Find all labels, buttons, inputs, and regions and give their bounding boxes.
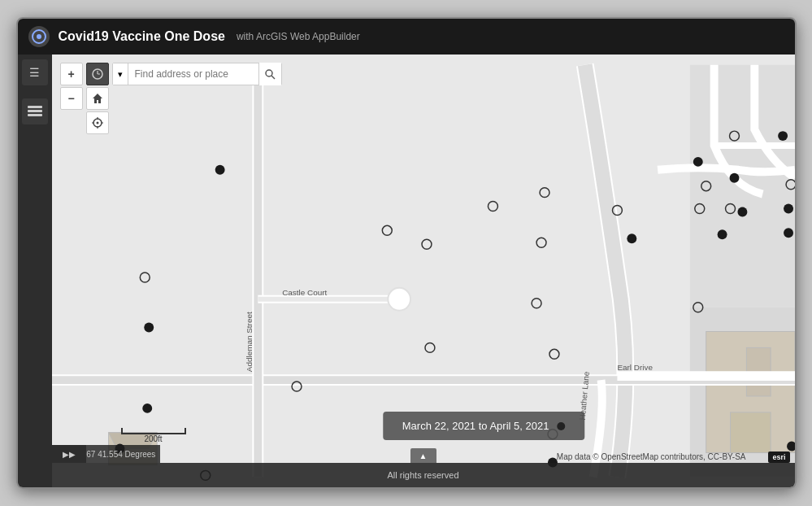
svg-point-24 bbox=[144, 323, 154, 333]
svg-rect-5 bbox=[28, 114, 42, 116]
svg-point-23 bbox=[215, 165, 224, 175]
locate-icon bbox=[92, 117, 103, 129]
app-logo bbox=[28, 25, 50, 48]
scale-bar: 200ft bbox=[121, 428, 186, 443]
sidebar-expand-button[interactable]: ▶▶ bbox=[52, 445, 86, 463]
home-button[interactable] bbox=[86, 87, 109, 110]
map-attribution: Map data © OpenStreetMap contributors, C… bbox=[557, 452, 746, 461]
map-toolbar: + − bbox=[60, 63, 282, 134]
svg-point-32 bbox=[627, 233, 636, 243]
svg-point-33 bbox=[717, 229, 727, 239]
svg-marker-60 bbox=[93, 94, 102, 103]
zoom-in-button[interactable]: + bbox=[60, 63, 83, 85]
history-button[interactable] bbox=[86, 63, 109, 85]
svg-point-35 bbox=[784, 228, 793, 238]
search-container: ▾ bbox=[112, 63, 282, 85]
earl-drive-label: Earl Drive bbox=[617, 363, 653, 372]
locate-button[interactable] bbox=[86, 111, 109, 134]
svg-point-2 bbox=[37, 34, 41, 39]
scale-bar-line bbox=[121, 428, 186, 434]
svg-point-34 bbox=[737, 207, 747, 217]
esri-logo: esri bbox=[768, 451, 789, 463]
toolbar-right-col bbox=[86, 63, 109, 134]
layers-button[interactable] bbox=[22, 98, 48, 124]
svg-point-31 bbox=[778, 131, 788, 141]
addleman-street-label: Addleman Street bbox=[245, 312, 254, 372]
svg-point-30 bbox=[729, 173, 739, 183]
timeline-dot bbox=[557, 422, 565, 430]
zoom-out-button[interactable]: − bbox=[60, 87, 83, 110]
scale-bar-label: 200ft bbox=[121, 434, 186, 443]
svg-point-20 bbox=[388, 288, 410, 311]
map-area[interactable]: Castle Court Earl Drive Addleman Street … bbox=[52, 55, 795, 487]
search-icon bbox=[265, 69, 276, 80]
search-input[interactable] bbox=[128, 63, 258, 85]
svg-line-68 bbox=[271, 76, 275, 79]
main-content: ☰ bbox=[18, 55, 795, 487]
layers-icon bbox=[28, 104, 42, 119]
svg-point-62 bbox=[96, 122, 98, 124]
svg-point-25 bbox=[142, 403, 152, 413]
svg-point-29 bbox=[693, 157, 702, 167]
search-dropdown-arrow: ▾ bbox=[118, 69, 123, 80]
app-subtitle: with ArcGIS Web AppBuilder bbox=[237, 31, 360, 42]
svg-rect-3 bbox=[28, 106, 42, 108]
history-icon bbox=[92, 68, 103, 80]
svg-rect-4 bbox=[28, 110, 42, 112]
app-frame: Covid19 Vaccine One Dose with ArcGIS Web… bbox=[16, 17, 797, 489]
header: Covid19 Vaccine One Dose with ArcGIS Web… bbox=[18, 19, 795, 55]
svg-point-36 bbox=[784, 204, 793, 214]
search-button[interactable] bbox=[258, 63, 281, 85]
castle-court-label: Castle Court bbox=[282, 288, 327, 297]
esri-text: esri bbox=[772, 453, 785, 461]
footer-bar: All rights reserved bbox=[52, 463, 795, 487]
home-icon bbox=[92, 93, 103, 104]
menu-button[interactable]: ☰ bbox=[22, 59, 48, 85]
rights-text: All rights reserved bbox=[387, 470, 458, 480]
toolbar-left-col: + − bbox=[60, 63, 83, 110]
timeline-expand-button[interactable]: ▲ bbox=[410, 448, 436, 463]
timeline-popup: March 22, 2021 to April 5, 2021 bbox=[383, 412, 585, 440]
svg-point-67 bbox=[266, 70, 272, 76]
app-title: Covid19 Vaccine One Dose bbox=[59, 29, 225, 44]
svg-rect-10 bbox=[730, 412, 771, 453]
timeline-text: March 22, 2021 to April 5, 2021 bbox=[402, 420, 549, 432]
sidebar: ☰ bbox=[18, 55, 52, 487]
search-dropdown-button[interactable]: ▾ bbox=[113, 63, 128, 85]
